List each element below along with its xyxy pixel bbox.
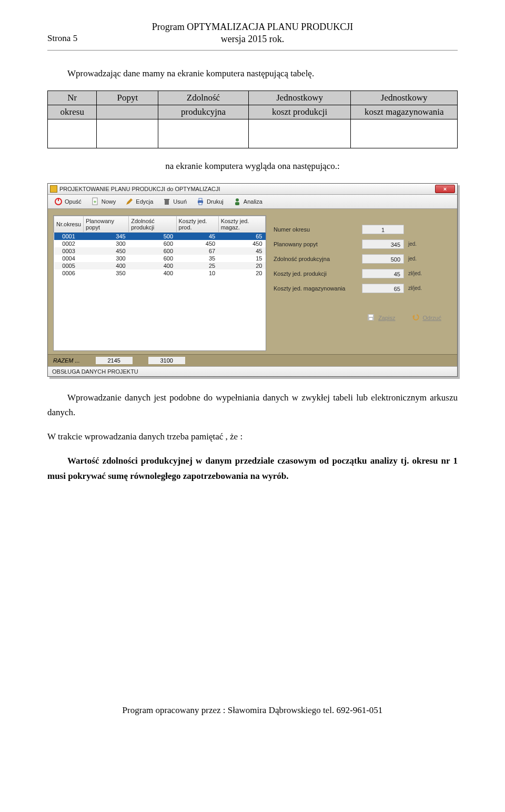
kprod-field[interactable]: 45 — [362, 269, 404, 278]
svg-rect-4 — [95, 201, 95, 203]
zapisz-button[interactable]: Zapisz — [367, 313, 395, 323]
table-row[interactable]: 0001 345 500 45 65 — [54, 232, 266, 240]
defs-h3b: koszt produkcji — [272, 107, 327, 117]
col-zdol[interactable]: Zdolność produkcji — [129, 216, 176, 232]
window-close-button[interactable]: × — [435, 185, 455, 193]
defs-h4b: koszt magazynowania — [365, 107, 444, 117]
svg-point-11 — [236, 198, 239, 202]
col-kmag[interactable]: Koszty jed. magaz. — [218, 216, 265, 232]
svg-rect-1 — [58, 198, 59, 201]
table-row[interactable]: 0003 450 600 67 45 — [54, 247, 266, 255]
svg-marker-5 — [126, 198, 133, 205]
kmag-unit: zł/jed. — [408, 285, 422, 291]
para-bold: Wartość zdolności produkcyjnej w danym p… — [47, 454, 458, 484]
odrzuc-label: Odrzuć — [423, 315, 441, 321]
trash-icon — [163, 197, 171, 206]
popyt-label: Planowany popyt — [274, 241, 358, 247]
page-footer: Program opracowany przez : Sławomira Dąb… — [47, 705, 458, 726]
intro-text: Wprowadzając dane mamy na ekranie komput… — [47, 66, 458, 82]
para-3: W trakcie wprowadzania danych trzeba pam… — [47, 429, 458, 445]
svg-rect-6 — [165, 200, 169, 205]
svg-rect-15 — [369, 318, 372, 320]
table-row[interactable]: 0004 300 600 35 15 — [54, 255, 266, 262]
defs-h4a: Jednostkowy — [381, 93, 428, 103]
svg-rect-7 — [164, 199, 169, 200]
kprod-label: Koszty jed. produkcji — [274, 270, 358, 277]
defs-h2a: Zdolność — [187, 93, 220, 103]
definitions-table: Nr Popyt Zdolność Jednostkowy Jednostkow… — [47, 91, 458, 148]
power-icon — [54, 197, 63, 206]
opusc-button[interactable]: Opuść — [50, 196, 86, 207]
analiza-label: Analiza — [244, 198, 262, 205]
new-icon — [91, 197, 99, 206]
zapisz-label: Zapisz — [378, 315, 395, 321]
person-icon — [233, 197, 241, 206]
pencil-icon — [125, 197, 134, 206]
kprod-unit: zł/jed. — [408, 270, 422, 276]
table-row[interactable]: 0006 350 400 10 20 — [54, 269, 266, 277]
grid-empty-space — [54, 277, 266, 350]
zdolnosc-field[interactable]: 500 — [362, 254, 404, 264]
svg-rect-12 — [235, 202, 239, 205]
printer-icon — [196, 197, 205, 206]
svg-rect-14 — [369, 315, 373, 317]
drukuj-button[interactable]: Drukuj — [192, 196, 228, 207]
drukuj-label: Drukuj — [207, 198, 224, 205]
nowy-label: Nowy — [102, 198, 116, 205]
table-row[interactable]: 0005 400 400 25 20 — [54, 262, 266, 269]
odrzuc-button[interactable]: Odrzuć — [411, 313, 441, 323]
details-form: Numer okresu 1 Planowany popyt 345 jed. … — [274, 215, 452, 323]
zdolnosc-label: Zdolność produkcyjna — [274, 256, 358, 262]
defs-h2b: produkcyjna — [181, 107, 226, 117]
window-title: PROJEKTOWANIE PLANU PRODUKCJI do OPTYMAL… — [59, 186, 220, 192]
usun-button[interactable]: Usuń — [158, 196, 191, 207]
page-number: Strona 5 — [47, 33, 77, 44]
app-icon — [50, 185, 57, 193]
kmag-field[interactable]: 65 — [362, 284, 404, 293]
defs-h0a: Nr — [67, 93, 77, 103]
col-kprod[interactable]: Koszty jed. prod. — [176, 216, 218, 232]
table-row[interactable]: 0002 300 600 450 450 — [54, 240, 266, 247]
svg-rect-10 — [199, 203, 202, 205]
app-window: PROJEKTOWANIE PLANU PRODUKCJI do OPTYMAL… — [47, 183, 458, 377]
zdolnosc-unit: jed. — [408, 256, 417, 262]
edycja-label: Edycja — [136, 198, 153, 205]
defs-h0b: okresu — [60, 107, 84, 117]
razem-zdol: 3100 — [148, 357, 185, 364]
floppy-icon — [367, 313, 375, 323]
titlebar: PROJEKTOWANIE PLANU PRODUKCJI do OPTYMAL… — [48, 184, 457, 195]
defs-h1: Popyt — [117, 93, 138, 103]
numer-okresu-field[interactable]: 1 — [362, 225, 404, 234]
edycja-button[interactable]: Edycja — [121, 196, 157, 207]
header-divider — [47, 50, 458, 51]
totals-bar: RAZEM ... 2145 3100 — [48, 354, 457, 366]
toolbar: Opuść Nowy Edycja Usuń Drukuj Analiza — [48, 195, 457, 209]
undo-icon — [411, 313, 420, 323]
razem-popyt: 2145 — [96, 357, 133, 364]
analiza-button[interactable]: Analiza — [229, 196, 267, 207]
doc-title-line1: Program OPTYMALIZACJA PLANU PRODUKCJI — [47, 21, 458, 33]
razem-label: RAZEM ... — [53, 357, 80, 364]
kmag-label: Koszty jed. magazynowania — [274, 285, 358, 292]
popyt-field[interactable]: 345 — [362, 239, 404, 249]
numer-okresu-label: Numer okresu — [274, 226, 358, 233]
doc-title-line2: wersja 2015 rok. — [47, 33, 458, 45]
defs-h3a: Jednostkowy — [276, 93, 323, 103]
opusc-label: Opuść — [65, 198, 82, 205]
col-nr[interactable]: Nr.okresu — [54, 216, 84, 232]
statusbar: OBSŁUGA DANYCH PROJEKTU — [48, 366, 457, 376]
col-popyt[interactable]: Planowany popyt — [84, 216, 129, 232]
para-2: Wprowadzanie danych jest podobne do wype… — [47, 390, 458, 421]
svg-rect-9 — [199, 198, 202, 201]
usun-label: Usuń — [173, 198, 187, 205]
data-grid[interactable]: Nr.okresu Planowany popyt Zdolność produ… — [53, 215, 266, 351]
popyt-unit: jed. — [408, 241, 417, 247]
after-table-text: na ekranie komputera wygląda ona następu… — [47, 159, 458, 174]
nowy-button[interactable]: Nowy — [87, 196, 120, 207]
